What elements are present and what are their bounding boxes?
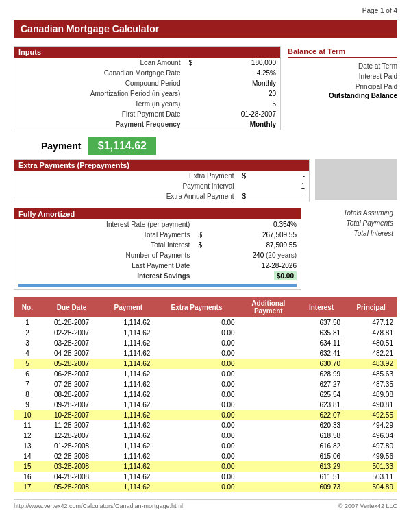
extra-value: - — [273, 171, 309, 181]
input-value: 20 — [206, 88, 280, 99]
input-value: 180,000 — [206, 58, 280, 68]
totals-assuming-label: Totals Assuming — [308, 208, 397, 218]
inputs-row: Payment Frequency Monthly — [14, 119, 280, 130]
table-row: 10 10-28-2007 1,114.62 0.00 622.07 492.5… — [14, 410, 397, 420]
table-row: 11 11-28-2007 1,114.62 0.00 620.33 494.2… — [14, 420, 397, 431]
table-row: 17 05-28-2008 1,114.62 0.00 609.73 504.8… — [14, 482, 397, 492]
table-header-row: No. Due Date Payment Extra Payments Addi… — [14, 297, 397, 317]
cell-principal: 497.80 — [345, 441, 397, 451]
outstanding-balance-label: Outstanding Balance — [288, 92, 397, 99]
fully-amortized-box: Fully Amortized Interest Rate (per payme… — [14, 208, 301, 290]
cell-extra: 0.00 — [154, 472, 238, 482]
input-symbol — [184, 68, 205, 78]
fully-label: Number of Payments — [14, 250, 194, 261]
input-symbol — [184, 78, 205, 88]
cell-additional — [239, 389, 298, 400]
input-label: Loan Amount — [14, 58, 184, 68]
input-symbol — [184, 119, 205, 130]
footer: http://www.vertex42.com/Calculators/Cana… — [14, 499, 397, 509]
cell-interest: 632.41 — [298, 348, 345, 359]
cell-additional — [239, 441, 298, 451]
cell-date: 09-28-2007 — [41, 400, 102, 410]
fully-symbol: $ — [194, 240, 217, 250]
payment-row: Payment $1,114.62 — [41, 137, 397, 155]
cell-payment: 1,114.62 — [102, 410, 154, 420]
cell-payment: 1,114.62 — [102, 369, 154, 379]
cell-additional — [239, 369, 298, 379]
cell-interest: 634.11 — [298, 338, 345, 348]
cell-extra: 0.00 — [154, 328, 238, 338]
input-label: Term (in years) — [14, 99, 184, 109]
fully-row: Number of Payments 240 (20 years) — [14, 250, 301, 261]
input-symbol — [184, 88, 205, 99]
total-payments-label: Total Payments — [308, 218, 397, 228]
cell-interest: 627.27 — [298, 379, 345, 389]
cell-extra: 0.00 — [154, 441, 238, 451]
fully-value: 87,509.55 — [218, 240, 301, 250]
inputs-row: Amortization Period (in years) 20 — [14, 88, 280, 99]
cell-date: 02-28-2008 — [41, 451, 102, 461]
table-row: 6 06-28-2007 1,114.62 0.00 628.99 485.63 — [14, 369, 397, 379]
balance-row: Principal Paid — [288, 82, 397, 92]
inputs-row: Canadian Mortgage Rate 4.25% — [14, 68, 280, 78]
fully-row: Interest Rate (per payment) 0.354% — [14, 219, 301, 230]
cell-extra: 0.00 — [154, 379, 238, 389]
extra-row: Extra Annual Payment $ - — [14, 191, 309, 202]
balance-header: Balance at Term — [288, 46, 397, 58]
table-row: 7 07-28-2007 1,114.62 0.00 627.27 487.35 — [14, 379, 397, 389]
progress-bar — [18, 284, 297, 287]
cell-interest: 623.81 — [298, 400, 345, 410]
input-symbol: $ — [184, 58, 205, 68]
cell-interest: 637.50 — [298, 317, 345, 328]
col-additional-payment: AdditionalPayment — [239, 297, 298, 317]
cell-extra: 0.00 — [154, 482, 238, 492]
cell-payment: 1,114.62 — [102, 441, 154, 451]
cell-interest: 609.73 — [298, 482, 345, 492]
cell-date: 04-28-2007 — [41, 348, 102, 359]
cell-date: 08-28-2007 — [41, 389, 102, 400]
cell-no: 14 — [14, 451, 41, 461]
cell-principal: 483.92 — [345, 359, 397, 369]
cell-payment: 1,114.62 — [102, 420, 154, 431]
cell-principal: 490.81 — [345, 400, 397, 410]
fully-amortized-header: Fully Amortized — [14, 208, 301, 219]
cell-no: 12 — [14, 431, 41, 441]
balance-row: Interest Paid — [288, 71, 397, 82]
cell-extra: 0.00 — [154, 410, 238, 420]
cell-date: 03-28-2007 — [41, 338, 102, 348]
cell-extra: 0.00 — [154, 400, 238, 410]
input-label: First Payment Date — [14, 109, 184, 119]
chart-placeholder — [315, 159, 397, 200]
extra-label: Extra Annual Payment — [14, 191, 238, 202]
cell-no: 17 — [14, 482, 41, 492]
extra-row: Payment Interval 1 — [14, 181, 309, 191]
extra-value: - — [273, 191, 309, 202]
input-value: Monthly — [206, 119, 280, 130]
fully-row: Total Payments $267,509.55 — [14, 230, 301, 240]
cell-principal: 504.89 — [345, 482, 397, 492]
cell-payment: 1,114.62 — [102, 461, 154, 472]
fully-section: Fully Amortized Interest Rate (per payme… — [14, 208, 397, 290]
table-row: 12 12-28-2007 1,114.62 0.00 618.58 496.0… — [14, 431, 397, 441]
table-row: 3 03-28-2007 1,114.62 0.00 634.11 480.51 — [14, 338, 397, 348]
cell-interest: 615.06 — [298, 451, 345, 461]
fully-row: Last Payment Date 12-28-2026 — [14, 261, 301, 271]
cell-no: 5 — [14, 359, 41, 369]
extra-payments-box: Extra Payments (Prepayments) Extra Payme… — [14, 159, 310, 202]
cell-payment: 1,114.62 — [102, 482, 154, 492]
cell-payment: 1,114.62 — [102, 389, 154, 400]
cell-no: 9 — [14, 400, 41, 410]
extra-symbol — [238, 181, 274, 191]
cell-interest: 635.81 — [298, 328, 345, 338]
cell-additional — [239, 400, 298, 410]
cell-date: 10-28-2007 — [41, 410, 102, 420]
cell-date: 05-28-2007 — [41, 359, 102, 369]
cell-additional — [239, 482, 298, 492]
cell-payment: 1,114.62 — [102, 328, 154, 338]
cell-additional — [239, 410, 298, 420]
input-label: Canadian Mortgage Rate — [14, 68, 184, 78]
cell-no: 1 — [14, 317, 41, 328]
cell-date: 02-28-2007 — [41, 328, 102, 338]
cell-date: 03-28-2008 — [41, 461, 102, 472]
cell-payment: 1,114.62 — [102, 431, 154, 441]
